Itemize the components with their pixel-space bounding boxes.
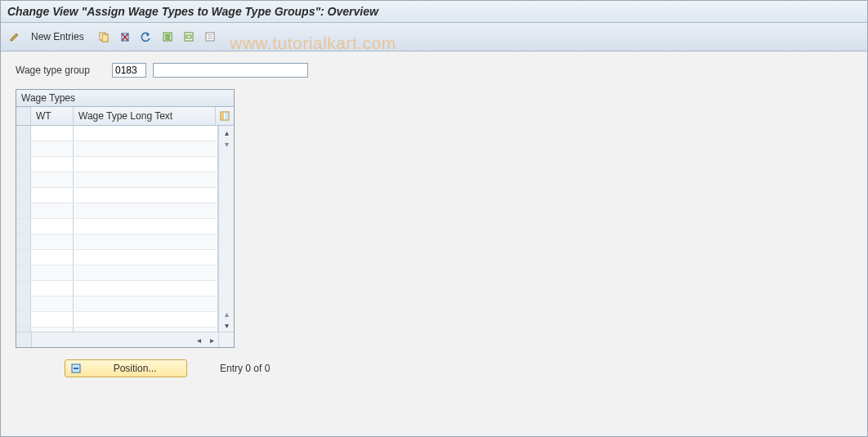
table-row[interactable]	[16, 219, 218, 234]
table-row[interactable]	[16, 203, 218, 219]
table-row[interactable]	[16, 188, 218, 203]
wage-types-table-title: Wage Types	[16, 90, 234, 107]
row-selector[interactable]	[16, 141, 31, 156]
svg-rect-14	[208, 38, 213, 39]
cell-long-text[interactable]	[74, 297, 218, 311]
table-row[interactable]	[16, 265, 218, 281]
cell-wt[interactable]	[31, 219, 74, 234]
wage-type-group-label: Wage type group	[16, 65, 105, 76]
table-row[interactable]	[16, 234, 218, 250]
cell-wt[interactable]	[31, 188, 74, 203]
row-selector[interactable]	[16, 265, 31, 280]
cell-wt[interactable]	[31, 172, 74, 187]
cell-wt[interactable]	[31, 234, 74, 249]
cell-long-text[interactable]	[74, 172, 218, 187]
delete-icon[interactable]	[116, 28, 134, 46]
new-entries-button[interactable]: New Entries	[27, 29, 92, 45]
scroll-right-icon[interactable]: ▸	[205, 333, 218, 346]
svg-rect-19	[74, 368, 78, 369]
table-row[interactable]	[16, 328, 218, 332]
cell-long-text[interactable]	[74, 157, 218, 172]
row-selector[interactable]	[16, 297, 31, 311]
scroll-down-icon[interactable]: ▾	[220, 319, 233, 332]
position-button-label: Position...	[88, 363, 181, 374]
cell-wt[interactable]	[31, 265, 74, 280]
row-selector[interactable]	[16, 234, 31, 249]
cell-long-text[interactable]	[74, 281, 218, 296]
table-column-long-text[interactable]: Wage Type Long Text	[74, 107, 216, 125]
table-row[interactable]	[16, 312, 218, 328]
table-header: WT Wage Type Long Text	[16, 107, 234, 126]
svg-rect-16	[221, 113, 224, 119]
svg-rect-8	[165, 38, 170, 40]
position-button[interactable]: Position...	[65, 359, 187, 377]
svg-rect-17	[225, 113, 228, 119]
wage-type-group-row: Wage type group	[16, 63, 859, 78]
cell-long-text[interactable]	[74, 141, 218, 156]
cell-wt[interactable]	[31, 297, 74, 311]
select-block-icon[interactable]	[180, 28, 198, 46]
hscroll-corner-left	[16, 332, 32, 347]
row-selector[interactable]	[16, 172, 31, 187]
horizontal-scrollbar[interactable]: ◂ ▸	[16, 332, 234, 347]
cell-wt[interactable]	[31, 312, 74, 327]
table-row[interactable]	[16, 250, 218, 265]
row-selector[interactable]	[16, 157, 31, 172]
svg-rect-1	[102, 34, 108, 42]
cell-wt[interactable]	[31, 281, 74, 296]
row-selector[interactable]	[16, 312, 31, 327]
svg-rect-13	[208, 36, 213, 37]
svg-rect-10	[186, 35, 191, 38]
svg-rect-12	[208, 34, 213, 35]
scroll-up-step-icon[interactable]: ▾	[220, 137, 233, 150]
table-row[interactable]	[16, 126, 218, 141]
svg-rect-7	[165, 37, 170, 38]
wage-type-group-code-input[interactable]	[112, 63, 146, 78]
cell-long-text[interactable]	[74, 312, 218, 327]
cell-long-text[interactable]	[74, 126, 218, 140]
cell-long-text[interactable]	[74, 265, 218, 280]
table-row[interactable]	[16, 297, 218, 312]
hscroll-corner-right	[218, 332, 234, 347]
position-icon	[70, 363, 82, 374]
row-selector[interactable]	[16, 250, 31, 265]
deselect-all-icon[interactable]	[201, 28, 219, 46]
copy-as-icon[interactable]	[95, 28, 113, 46]
cell-wt[interactable]	[31, 203, 74, 218]
cell-long-text[interactable]	[74, 203, 218, 218]
page-title: Change View "Assign Wage Types to Wage T…	[7, 5, 378, 18]
table-select-all-header[interactable]	[16, 107, 31, 125]
row-selector[interactable]	[16, 281, 31, 296]
table-row[interactable]	[16, 141, 218, 157]
cell-long-text[interactable]	[74, 234, 218, 249]
cell-wt[interactable]	[31, 250, 74, 265]
table-row[interactable]	[16, 157, 218, 172]
table-row[interactable]	[16, 281, 218, 297]
row-selector[interactable]	[16, 219, 31, 234]
row-selector[interactable]	[16, 126, 31, 140]
table-row[interactable]	[16, 172, 218, 188]
toggle-display-change-icon[interactable]	[6, 28, 24, 46]
entry-count-text: Entry 0 of 0	[220, 363, 270, 374]
select-all-icon[interactable]	[159, 28, 177, 46]
window-title-bar: Change View "Assign Wage Types to Wage T…	[1, 1, 867, 23]
cell-wt[interactable]	[31, 126, 74, 140]
wage-type-group-desc-input[interactable]	[153, 63, 308, 78]
scroll-left-icon[interactable]: ◂	[192, 333, 205, 346]
cell-long-text[interactable]	[74, 219, 218, 234]
cell-long-text[interactable]	[74, 250, 218, 265]
app-toolbar: New Entries	[1, 23, 867, 51]
cell-wt[interactable]	[31, 328, 74, 332]
undo-change-icon[interactable]	[137, 28, 155, 46]
cell-long-text[interactable]	[74, 188, 218, 203]
cell-long-text[interactable]	[74, 328, 218, 332]
table-settings-icon[interactable]	[216, 107, 234, 125]
cell-wt[interactable]	[31, 157, 74, 172]
table-column-wt[interactable]: WT	[31, 107, 74, 125]
svg-rect-6	[165, 34, 170, 36]
row-selector[interactable]	[16, 328, 31, 332]
vertical-scrollbar[interactable]: ▴ ▾ ▴ ▾	[218, 126, 234, 332]
row-selector[interactable]	[16, 188, 31, 203]
row-selector[interactable]	[16, 203, 31, 218]
cell-wt[interactable]	[31, 141, 74, 156]
